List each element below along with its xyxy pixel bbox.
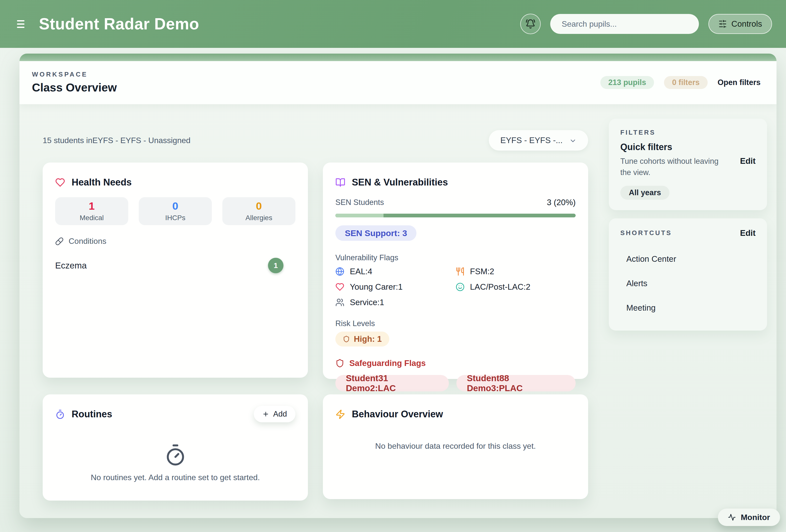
ihcp-label: IHCPs: [165, 214, 185, 222]
flag-fsm: FSM:2: [456, 267, 576, 276]
allergy-label: Allergies: [246, 214, 272, 222]
class-summary: 15 students inEYFS - EYFS - Unassigned: [43, 136, 190, 145]
bell-ring-icon: [526, 19, 535, 29]
sen-students-line: SEN Students 3 (20%): [336, 198, 576, 207]
routines-card: Routines Add: [43, 394, 308, 501]
monitor-button[interactable]: Monitor: [718, 509, 780, 526]
shortcut-meeting[interactable]: Meeting: [620, 296, 756, 320]
risk-levels-label: Risk Levels: [336, 319, 576, 328]
risk-high-label: High: 1: [354, 334, 382, 344]
edit-filters-button[interactable]: Edit: [740, 156, 756, 166]
class-select[interactable]: EYFS - EYFS -...: [489, 130, 588, 150]
activity-icon: [728, 513, 736, 521]
health-card-title: Health Needs: [72, 177, 132, 188]
right-rail: FILTERS Quick filters Tune cohorts witho…: [609, 104, 767, 501]
routines-empty-state: No routines yet. Add a routine set to ge…: [55, 443, 296, 482]
ihcp-count: 0: [172, 201, 179, 211]
shortcut-action-center[interactable]: Action Center: [620, 247, 756, 271]
routines-empty-text: No routines yet. Add a routine set to ge…: [91, 473, 260, 482]
filters-eyebrow: FILTERS: [620, 129, 756, 136]
menu-button[interactable]: [17, 19, 28, 29]
routines-card-title: Routines: [72, 409, 112, 419]
conditions-label: Conditions: [69, 237, 106, 246]
sen-vulnerabilities-card: SEN & Vulnerabilities SEN Students 3 (20…: [323, 163, 588, 379]
behaviour-overview-card: Behaviour Overview No behaviour data rec…: [323, 394, 588, 499]
shield-icon: [343, 336, 350, 342]
content-area: 15 students inEYFS - EYFS - Unassigned E…: [20, 104, 777, 501]
allergy-count: 0: [256, 201, 262, 211]
add-label: Add: [273, 410, 287, 418]
flag-lac: LAC/Post-LAC:2: [456, 282, 576, 292]
controls-button[interactable]: Controls: [709, 14, 772, 34]
sen-students-label: SEN Students: [336, 198, 384, 207]
class-bar: 15 students inEYFS - EYFS - Unassigned E…: [43, 130, 588, 150]
baby-face-icon: [456, 283, 465, 291]
users-icon: [336, 298, 344, 307]
heart-icon: [55, 177, 65, 188]
app-title: Student Radar Demo: [39, 15, 199, 33]
open-filters-button[interactable]: Open filters: [718, 78, 761, 87]
monitor-label: Monitor: [741, 513, 770, 522]
safeguarding-pills: Student31 Demo2:LAC Student88 Demo3:PLAC: [336, 375, 576, 391]
behaviour-empty-text: No behaviour data recorded for this clas…: [336, 441, 576, 451]
chevron-down-icon: [569, 137, 577, 145]
workspace-header: WORKSPACE Class Overview 213 pupils 0 fi…: [20, 61, 777, 104]
conditions-header: Conditions: [55, 237, 296, 246]
cards-grid: Health Needs 1 Medical 0 IHCPs: [43, 163, 588, 501]
quick-filters-row: Quick filters Tune cohorts without leavi…: [620, 142, 756, 178]
stat-allergies: 0 Allergies: [222, 197, 296, 225]
flag-young-carer: Young Carer:1: [336, 282, 456, 292]
lightning-bolt-icon: [336, 409, 345, 419]
notifications-button[interactable]: [520, 14, 541, 34]
utensils-icon: [456, 267, 465, 276]
sen-students-value: 3 (20%): [547, 198, 576, 207]
health-card-header: Health Needs: [55, 177, 296, 188]
stopwatch-icon: [164, 443, 187, 466]
condition-count-badge: 1: [268, 258, 283, 273]
condition-row: Eczema 1: [55, 258, 296, 273]
shortcuts-eyebrow: SHORTCUTS: [620, 229, 672, 237]
behaviour-card-header: Behaviour Overview: [336, 409, 576, 419]
workspace-eyebrow: WORKSPACE: [32, 71, 117, 78]
pupils-count-badge: 213 pupils: [600, 76, 654, 89]
health-needs-card: Health Needs 1 Medical 0 IHCPs: [43, 163, 308, 378]
heart-icon: [336, 283, 344, 291]
sen-support-badge: SEN Support: 3: [336, 225, 416, 241]
flag-service: Service:1: [336, 298, 456, 307]
sen-card-header: SEN & Vulnerabilities: [336, 177, 576, 188]
workspace-actions: 213 pupils 0 filters Open filters: [600, 76, 761, 89]
shortcuts-panel: SHORTCUTS Edit Action Center Alerts Meet…: [609, 218, 767, 331]
safeguarding-student-pill: Student88 Demo3:PLAC: [456, 375, 576, 391]
quick-filters-title: Quick filters: [620, 142, 727, 152]
risk-high-badge: High: 1: [336, 332, 389, 346]
flag-lac-label: LAC/Post-LAC:2: [470, 282, 531, 292]
flag-eal: EAL:4: [336, 267, 456, 276]
globe-icon: [336, 267, 344, 276]
shield-icon: [336, 359, 344, 368]
health-stats: 1 Medical 0 IHCPs 0 Allergies: [55, 197, 296, 225]
search-input[interactable]: [550, 14, 699, 34]
panel-top-accent: [20, 54, 777, 61]
shortcut-alerts[interactable]: Alerts: [620, 271, 756, 296]
edit-shortcuts-button[interactable]: Edit: [740, 228, 756, 238]
shortcuts-list: Action Center Alerts Meeting: [620, 247, 756, 320]
sen-progress-fill: [336, 214, 384, 217]
add-routine-button[interactable]: Add: [254, 406, 296, 422]
quick-filters-text: Quick filters Tune cohorts without leavi…: [620, 142, 727, 178]
open-book-icon: [336, 177, 345, 188]
stopwatch-icon: [55, 409, 65, 419]
class-select-value: EYFS - EYFS -...: [500, 136, 562, 145]
condition-name: Eczema: [55, 261, 87, 270]
vulnerability-flags-grid: EAL:4 FSM:2: [336, 267, 576, 307]
topbar-actions: Controls: [520, 14, 772, 34]
all-years-chip[interactable]: All years: [620, 186, 669, 200]
medical-label: Medical: [79, 214, 103, 222]
sen-progress-bar: [336, 214, 576, 217]
medical-count: 1: [89, 201, 95, 211]
workspace-titles: WORKSPACE Class Overview: [32, 71, 117, 94]
flag-fsm-label: FSM:2: [470, 267, 494, 276]
main-column: 15 students inEYFS - EYFS - Unassigned E…: [43, 104, 588, 501]
app-header: Student Radar Demo: [0, 0, 786, 48]
pill-icon: [55, 237, 64, 246]
main-panel: WORKSPACE Class Overview 213 pupils 0 fi…: [20, 54, 777, 518]
